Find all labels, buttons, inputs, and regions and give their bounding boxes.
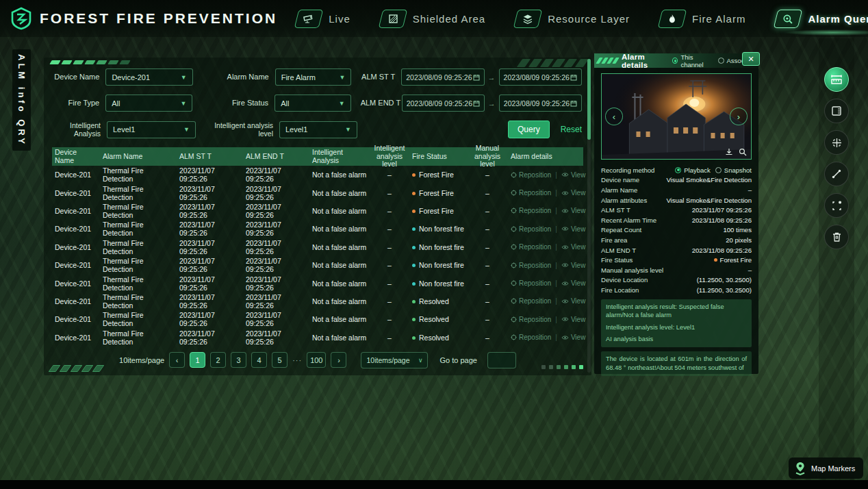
view-link[interactable]: View <box>561 189 586 197</box>
nav-alarm-query-label: Alarm Query <box>808 13 868 25</box>
page-button-last[interactable]: 100 <box>307 352 326 368</box>
radio-playback[interactable]: Playback <box>675 166 711 174</box>
table-row[interactable]: Device-201 Thermal Fire Detection 2023/1… <box>52 184 583 201</box>
intelligent-analysis-select[interactable]: Level1 ▼ <box>107 121 196 138</box>
panel-tool-button[interactable] <box>824 99 849 123</box>
alm-end-to-input[interactable]: 2023/08/09 09:25:26 <box>499 95 582 112</box>
prev-image-button[interactable]: ‹ <box>605 108 623 125</box>
nav-fire-alarm[interactable]: Fire Alarm <box>659 7 747 31</box>
table-row[interactable]: Device-201 Thermal Fire Detection 2023/1… <box>52 310 583 328</box>
filter-form: Device Name Device-201 ▼ Alarm Name Fire… <box>44 58 591 138</box>
page-button-1[interactable]: 1 <box>190 352 205 368</box>
cell-fire-status: Forest Fire <box>409 207 467 215</box>
reset-button[interactable]: Reset <box>561 125 582 134</box>
cell-fire-status: Non forest fire <box>409 261 467 269</box>
page-button-2[interactable]: 2 <box>210 352 226 368</box>
view-link[interactable]: View <box>561 171 586 179</box>
alm-st-to-input[interactable]: 2023/08/09 09:25:26 <box>499 68 582 86</box>
reposition-label: Reposition <box>519 334 551 341</box>
reposition-link[interactable]: Reposition <box>511 279 551 287</box>
delete-tool-button[interactable] <box>824 225 849 249</box>
table-row[interactable]: Device-201 Thermal Fire Detection 2023/1… <box>52 292 583 310</box>
status-dot <box>412 300 416 303</box>
area-select-button[interactable] <box>824 193 849 218</box>
device-name-select[interactable]: Device-201 ▼ <box>105 68 192 86</box>
detail-field-label: Fire Status <box>601 256 633 264</box>
goto-page-label: Go to page <box>439 356 476 364</box>
chevron-down-icon: ▼ <box>339 100 345 107</box>
alarm-name-select[interactable]: Fire Alarm ▼ <box>275 68 352 86</box>
cell-alarm-details: Reposition | View <box>508 225 583 233</box>
line-measure-button[interactable] <box>824 162 849 186</box>
detail-field-row: Alarm Name – <box>601 185 752 195</box>
radio-this-channel[interactable]: This channel <box>672 53 713 68</box>
view-link[interactable]: View <box>561 279 586 287</box>
next-image-button[interactable]: › <box>730 108 748 125</box>
reposition-link[interactable]: Reposition <box>511 225 551 233</box>
page-button-3[interactable]: 3 <box>231 352 246 368</box>
alarm-snapshot[interactable]: ‹ › <box>601 73 752 160</box>
view-link[interactable]: View <box>561 225 586 233</box>
reposition-link[interactable]: Reposition <box>511 262 551 269</box>
items-per-page-text: 10items/page <box>119 356 164 364</box>
view-link[interactable]: View <box>561 243 586 251</box>
next-page-button[interactable]: › <box>331 352 346 368</box>
tab-alarm-info-query[interactable]: ALM info QRY <box>12 49 31 151</box>
nav-live[interactable]: Live <box>295 7 352 31</box>
panel-scrollbar[interactable] <box>587 59 591 373</box>
map-markers-button[interactable]: Map Markers <box>789 457 863 479</box>
detail-field-value: 20 pixels <box>726 236 752 244</box>
table-row[interactable]: Device-201 Thermal Fire Detection 2023/1… <box>52 329 583 347</box>
alm-end-from-input[interactable]: 2023/08/09 09:25:26 <box>402 95 485 112</box>
zoom-icon[interactable] <box>739 148 747 156</box>
fire-status-select[interactable]: All ▼ <box>275 95 351 112</box>
nav-shielded-area[interactable]: Shielded Area <box>379 7 487 31</box>
table-row[interactable]: Device-201 Thermal Fire Detection 2023/1… <box>52 166 583 184</box>
cell-fire-status: Resolved <box>409 315 467 323</box>
view-link[interactable]: View <box>561 207 586 214</box>
measure-ruler-button[interactable] <box>824 67 849 92</box>
view-link[interactable]: View <box>561 262 586 269</box>
download-icon[interactable] <box>725 148 733 156</box>
page-button-4[interactable]: 4 <box>251 352 267 368</box>
intelligent-analysis-level-select[interactable]: Level1 ▼ <box>279 121 357 138</box>
view-link[interactable]: View <box>561 334 586 341</box>
table-row[interactable]: Device-201 Thermal Fire Detection 2023/1… <box>52 256 583 274</box>
panel-scrollbar-thumb[interactable] <box>587 59 591 140</box>
close-button[interactable]: ✕ <box>742 52 760 66</box>
fire-type-select[interactable]: All ▼ <box>105 95 192 112</box>
reposition-link[interactable]: Reposition <box>511 189 551 197</box>
prev-page-button[interactable]: ‹ <box>169 352 185 368</box>
detail-field-value: (11.2500, 30.2500) <box>697 276 752 284</box>
page-size-select[interactable]: 10items/page ∨ <box>361 352 428 368</box>
table-row[interactable]: Device-201 Thermal Fire Detection 2023/1… <box>52 274 583 292</box>
table-row[interactable]: Device-201 Thermal Fire Detection 2023/1… <box>52 202 583 220</box>
reposition-link[interactable]: Reposition <box>511 316 551 323</box>
goto-page-input[interactable] <box>487 352 516 368</box>
view-link[interactable]: View <box>561 297 586 305</box>
table-row[interactable]: Device-201 Thermal Fire Detection 2023/1… <box>52 220 583 238</box>
nav-alarm-query[interactable]: Alarm Query <box>774 7 868 31</box>
alm-st-from-input[interactable]: 2023/08/09 09:25:26 <box>401 68 484 86</box>
cell-intelligent-analysis: Not a false alarm <box>309 225 370 233</box>
reposition-link[interactable]: Reposition <box>511 334 551 341</box>
view-link[interactable]: View <box>561 316 586 323</box>
nav-resource-layer[interactable]: Resource Layer <box>514 7 631 31</box>
cell-alm-st-t: 2023/11/07 09:25:26 <box>177 185 243 201</box>
locate-tool-button[interactable] <box>824 130 849 155</box>
query-button[interactable]: Query <box>508 121 550 138</box>
table-row[interactable]: Device-201 Thermal Fire Detection 2023/1… <box>52 238 583 256</box>
status-dot <box>412 192 416 195</box>
reposition-link[interactable]: Reposition <box>511 297 551 305</box>
intelligent-analysis-level-value: Level1 <box>285 125 307 134</box>
reposition-link[interactable]: Reposition <box>511 207 551 214</box>
reposition-link[interactable]: Reposition <box>511 243 551 251</box>
cell-alm-st-t: 2023/11/07 09:25:26 <box>177 239 243 255</box>
cell-alarm-name: Thermal Fire Detection <box>100 239 177 255</box>
reposition-link[interactable]: Reposition <box>511 171 551 179</box>
detail-field-value: 2023/11/08 09:25:26 <box>692 247 752 254</box>
cell-alarm-name: Thermal Fire Detection <box>100 203 177 219</box>
page-button-5[interactable]: 5 <box>272 352 288 368</box>
eye-icon <box>561 244 569 250</box>
radio-snapshot[interactable]: Snapshot <box>715 166 752 174</box>
